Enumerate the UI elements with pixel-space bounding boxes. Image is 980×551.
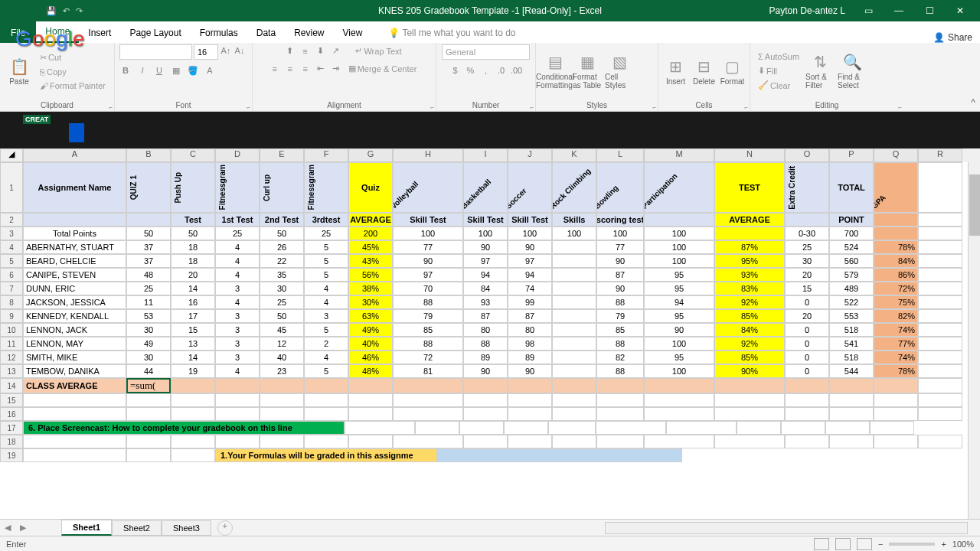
cell[interactable]: 86% — [874, 268, 918, 282]
cell[interactable]: 72% — [874, 282, 918, 295]
cell[interactable] — [714, 378, 785, 393]
cell[interactable]: 5 — [304, 323, 348, 337]
cell[interactable]: 40 — [260, 350, 304, 364]
cell[interactable]: 2 — [304, 337, 348, 350]
cell[interactable] — [874, 227, 918, 240]
orientation-icon[interactable]: ↗ — [329, 45, 341, 57]
cell[interactable] — [918, 337, 962, 350]
cell[interactable]: Skill Test — [508, 213, 552, 227]
cell[interactable]: Fitnessgram — [215, 162, 260, 213]
row-header[interactable]: 10 — [0, 323, 23, 337]
cell[interactable]: 75% — [874, 295, 918, 309]
cell[interactable]: 553 — [829, 309, 874, 323]
cell[interactable]: 79 — [596, 309, 644, 323]
indent-dec-icon[interactable]: ⇤ — [315, 63, 327, 75]
cell[interactable]: 5 — [304, 254, 348, 268]
cell[interactable]: Quiz — [348, 162, 393, 213]
border-icon[interactable]: ▦ — [170, 64, 182, 77]
cell[interactable] — [552, 254, 596, 268]
cell[interactable]: 4 — [215, 268, 260, 282]
cell[interactable]: 89 — [508, 350, 552, 364]
cell[interactable]: AVERAGE — [714, 213, 785, 227]
cell[interactable]: 200 — [348, 227, 393, 240]
dec-decimal-icon[interactable]: .00 — [511, 64, 523, 77]
cell[interactable]: 97 — [463, 254, 508, 268]
cell[interactable]: 100 — [508, 227, 552, 240]
cell[interactable] — [260, 435, 304, 448]
cell[interactable]: 85 — [596, 323, 644, 337]
cell[interactable] — [552, 337, 596, 350]
cell[interactable] — [171, 393, 215, 407]
cell[interactable]: 3 — [304, 309, 348, 323]
cell[interactable] — [918, 162, 962, 213]
cell[interactable] — [215, 393, 260, 407]
cell[interactable]: 3 — [215, 350, 260, 364]
cell[interactable]: 85% — [714, 309, 785, 323]
cell[interactable] — [785, 407, 829, 421]
cell[interactable]: 72 — [393, 350, 463, 364]
cell[interactable]: 30 — [785, 254, 829, 268]
cell[interactable]: BEARD, CHELCIE — [23, 254, 126, 268]
cell[interactable]: 18 — [171, 254, 215, 268]
cell[interactable]: KENNEDY, KENDALL — [23, 309, 126, 323]
cell[interactable]: 4 — [215, 364, 260, 378]
cell[interactable]: 25 — [126, 282, 171, 295]
cell[interactable]: 0-30 — [785, 227, 829, 240]
cell[interactable]: 30 — [126, 350, 171, 364]
cell[interactable] — [918, 323, 962, 337]
cell[interactable]: 53 — [126, 309, 171, 323]
align-bottom-icon[interactable]: ⬇ — [314, 45, 326, 57]
col-header-A[interactable]: A — [23, 148, 126, 162]
cell[interactable]: 2nd Test — [260, 213, 304, 227]
cell[interactable]: 50 — [171, 227, 215, 240]
cell[interactable]: 50 — [260, 309, 304, 323]
cell[interactable] — [552, 393, 596, 407]
cell[interactable]: 74% — [874, 350, 918, 364]
cell[interactable]: 90 — [463, 240, 508, 254]
cell[interactable]: 524 — [829, 240, 874, 254]
cell[interactable]: 544 — [829, 364, 874, 378]
cell[interactable]: 63% — [348, 309, 393, 323]
inc-decimal-icon[interactable]: .0 — [495, 64, 508, 77]
col-header-I[interactable]: I — [463, 148, 508, 162]
cell[interactable] — [644, 378, 714, 393]
cell[interactable]: 88 — [393, 337, 463, 350]
cell[interactable]: 518 — [829, 350, 874, 364]
cell[interactable]: 5 — [304, 240, 348, 254]
cell[interactable]: 1.Your Formulas will be graded in this a… — [215, 448, 437, 462]
cell[interactable]: 30 — [260, 282, 304, 295]
cell[interactable]: 15 — [785, 282, 829, 295]
cell[interactable]: 100 — [644, 337, 714, 350]
cell[interactable] — [829, 378, 874, 393]
row-header[interactable]: 12 — [0, 350, 23, 364]
align-left-icon[interactable]: ≡ — [269, 63, 281, 75]
cell[interactable] — [552, 295, 596, 309]
cell[interactable]: Skills — [552, 213, 596, 227]
row-header[interactable]: 5 — [0, 254, 23, 268]
menu-review[interactable]: Review — [285, 21, 333, 43]
cell[interactable]: 541 — [829, 337, 874, 350]
col-header-D[interactable]: D — [215, 148, 260, 162]
cell[interactable]: 3 — [215, 323, 260, 337]
cell[interactable]: 25 — [260, 295, 304, 309]
cell[interactable]: 4 — [304, 282, 348, 295]
cell[interactable]: 74% — [874, 323, 918, 337]
cell[interactable]: 11 — [126, 295, 171, 309]
currency-icon[interactable]: $ — [449, 64, 462, 77]
cell[interactable]: 49 — [126, 337, 171, 350]
cell[interactable] — [644, 407, 714, 421]
cell[interactable]: 0 — [785, 364, 829, 378]
cell[interactable]: 100 — [644, 254, 714, 268]
cell[interactable] — [552, 309, 596, 323]
cell[interactable]: 44 — [126, 364, 171, 378]
page-layout-view-icon[interactable] — [835, 538, 851, 550]
cell[interactable]: 4 — [304, 350, 348, 364]
cell[interactable]: TOTAL — [829, 162, 874, 213]
cell[interactable]: LENNON, JACK — [23, 323, 126, 337]
cell[interactable]: 522 — [829, 295, 874, 309]
tab-sheet3[interactable]: Sheet3 — [162, 520, 211, 536]
cell[interactable]: 45% — [348, 240, 393, 254]
cell[interactable]: 78% — [874, 364, 918, 378]
row-header[interactable]: 6 — [0, 268, 23, 282]
cell[interactable]: 70 — [393, 282, 463, 295]
